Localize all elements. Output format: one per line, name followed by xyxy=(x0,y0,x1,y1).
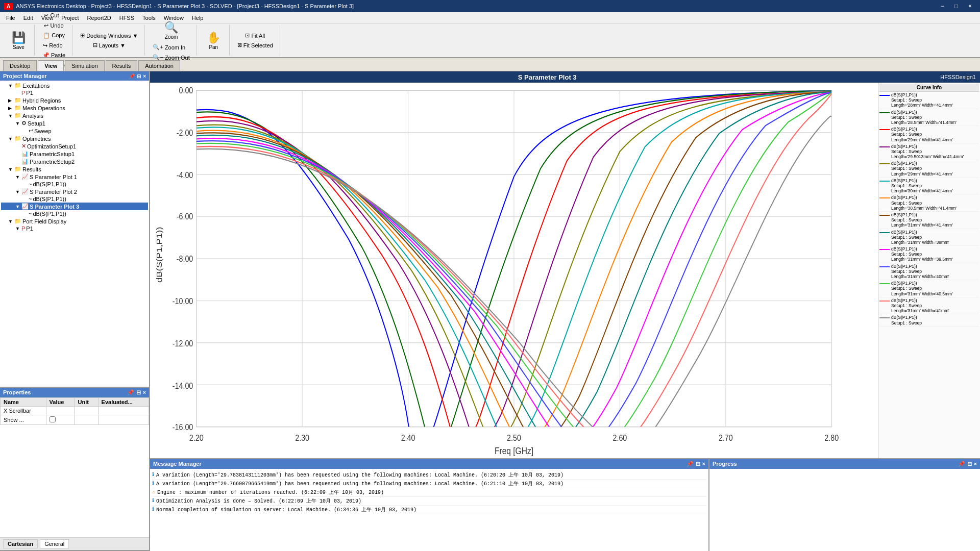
prop-dock-btn[interactable]: ⊟ xyxy=(136,389,141,396)
prop-value-show[interactable] xyxy=(46,415,75,425)
legend-item-11: dB(S(P1,P1))Setup1 : SweepLength='31mm' … xyxy=(879,280,979,297)
toolbar-edit-group: ✂ Cut ↩ Undo 📋 Copy ↪ Redo 📌 Paste xyxy=(36,25,72,56)
minimize-btn[interactable]: − xyxy=(937,2,948,11)
tree-db-sp1p1-3[interactable]: ~ dB(S(P1,P1)) xyxy=(1,210,148,217)
tree-db-sp1p1-1[interactable]: ~ dB(S(P1,P1)) xyxy=(1,181,148,188)
tab-results[interactable]: Results xyxy=(106,60,138,71)
legend-item-4: dB(S(P1,P1))Setup1 : SweepLength='29mm' … xyxy=(879,160,979,178)
fit-selected-button[interactable]: ⊠ Fit Selected xyxy=(235,40,276,50)
pm-dock-btn[interactable]: ⊟ xyxy=(137,73,141,79)
cart-tab-general[interactable]: General xyxy=(40,539,69,548)
mm-pin-btn[interactable]: 📌 xyxy=(687,461,694,467)
curve-icon3: ~ xyxy=(29,211,32,217)
close-btn[interactable]: × xyxy=(964,2,976,11)
svg-text:2.50: 2.50 xyxy=(507,433,521,442)
legend-line-13 xyxy=(879,317,890,318)
plot-area: S Parameter Plot 3 HFSSDesign1 xyxy=(150,71,980,459)
legend-item-12: dB(S(P1,P1))Setup1 : SweepLength='31mm' … xyxy=(879,297,979,315)
tree-label: dB(S(P1,P1)) xyxy=(33,196,66,202)
legend-line-11 xyxy=(879,283,890,284)
pm-close-btn[interactable]: × xyxy=(143,73,146,79)
tab-automation[interactable]: Automation xyxy=(138,60,180,71)
pm-title: Project Manager xyxy=(3,73,47,79)
tree-p1-excitation[interactable]: P P1 xyxy=(1,89,148,96)
paste-button[interactable]: 📌 Paste xyxy=(40,51,68,60)
results-icon: 📁 xyxy=(14,166,21,172)
menu-help[interactable]: Help xyxy=(188,14,208,22)
fit-all-icon: ⊡ xyxy=(245,32,250,39)
tree-results[interactable]: ▼ 📁 Results xyxy=(1,165,148,173)
menu-edit[interactable]: Edit xyxy=(19,14,37,22)
prog-controls: 📌 ⊟ × xyxy=(958,461,977,467)
properties-table: Name Value Unit Evaluated... X Scrollbar xyxy=(0,397,149,537)
toolbar-zoom-group: 🔍 Zoom 🔍+ Zoom In 🔍− Zoom Out xyxy=(146,25,197,56)
titlebar-left: A ANSYS Electronics Desktop - Project3 -… xyxy=(4,3,354,10)
menu-tools[interactable]: Tools xyxy=(138,14,160,22)
prop-eval-cell xyxy=(98,407,149,415)
toolbar: 💾 Save ✂ Cut ↩ Undo 📋 Copy ↪ Redo xyxy=(0,23,980,58)
menu-report2d[interactable]: Report2D xyxy=(83,14,115,22)
redo-button[interactable]: ↪ Redo xyxy=(40,41,67,51)
prop-eval-show xyxy=(98,415,149,425)
cut-button[interactable]: ✂ Cut xyxy=(41,11,66,20)
mm-dock-btn[interactable]: ⊟ xyxy=(696,461,700,467)
tree-optimization-setup1[interactable]: ✕ OptimizationSetup1 xyxy=(1,142,148,150)
tree-p1-port[interactable]: ▼ P P1 xyxy=(1,225,148,232)
tree-db-sp1p1-2[interactable]: ~ dB(S(P1,P1)) xyxy=(1,195,148,203)
tree-excitations[interactable]: ▼ 📁 Excitations xyxy=(1,82,148,89)
tree-port-field-display[interactable]: ▼ 📁 Port Field Display xyxy=(1,217,148,225)
mm-close-btn[interactable]: × xyxy=(702,461,705,467)
port-field-icon: 📁 xyxy=(14,218,21,224)
msg-text-4: Normal completion of simulation on serve… xyxy=(156,506,416,513)
tab-desktop[interactable]: Desktop xyxy=(3,60,37,71)
docking-windows-button[interactable]: ⊞ Docking Windows ▼ xyxy=(78,31,140,40)
show-checkbox[interactable] xyxy=(50,416,56,422)
tab-view[interactable]: View xyxy=(38,60,64,71)
pan-button[interactable]: ✋ Pan xyxy=(202,29,225,53)
undo-button[interactable]: ↩ Undo xyxy=(41,21,66,31)
prop-close-btn[interactable]: × xyxy=(143,389,146,396)
layouts-button[interactable]: ⊟ Layouts ▼ xyxy=(90,40,128,50)
tree-optimetrics[interactable]: ▼ 📁 Optimetrics xyxy=(1,135,148,142)
prop-pin-btn[interactable]: 📌 xyxy=(127,389,134,396)
tree-parametric-setup1[interactable]: 📊 ParametricSetup1 xyxy=(1,150,148,158)
edit-col2: 📋 Copy ↪ Redo xyxy=(40,31,67,51)
toolbar-docking-group: ⊞ Docking Windows ▼ ⊟ Layouts ▼ xyxy=(74,25,145,56)
copy-button[interactable]: 📋 Copy xyxy=(40,31,67,40)
zoom-icon: 🔍 xyxy=(164,21,178,34)
tree-analysis[interactable]: ▼ 📁 Analysis xyxy=(1,112,148,119)
left-panel: Project Manager 📌 ⊟ × ▼ 📁 Excitations P xyxy=(0,71,150,551)
cart-tab-cartesian[interactable]: Cartesian xyxy=(3,539,38,548)
maximize-btn[interactable]: □ xyxy=(950,2,962,11)
zoom-in-button[interactable]: 🔍+ Zoom In xyxy=(150,42,192,52)
menu-hfss[interactable]: HFSS xyxy=(115,14,138,22)
cartesian-tabs: Cartesian General xyxy=(0,537,149,550)
tree-setup1[interactable]: ▼ ⚙ Setup1 xyxy=(1,119,148,127)
tree-mesh-operations[interactable]: ▶ 📁 Mesh Operations xyxy=(1,104,148,112)
pm-pin-btn[interactable]: 📌 xyxy=(129,73,135,79)
prog-pin-btn[interactable]: 📌 xyxy=(958,461,965,467)
legend-item-2: dB(S(P1,P1))Setup1 : SweepLength='29mm' … xyxy=(879,126,979,143)
prog-close-btn[interactable]: × xyxy=(974,461,977,467)
param2-icon: 📊 xyxy=(21,158,29,165)
fit-selected-icon: ⊠ xyxy=(237,42,242,48)
save-button[interactable]: 💾 Save xyxy=(7,29,30,53)
tree-label: Optimetrics xyxy=(22,136,51,142)
tree-s-param-plot1[interactable]: ▼ 📈 S Parameter Plot 1 xyxy=(1,173,148,181)
tree-s-param-plot3[interactable]: ▼ 📈 S Parameter Plot 3 xyxy=(1,203,148,210)
tab-simulation[interactable]: Simulation xyxy=(65,60,104,71)
port-icon: P xyxy=(21,90,25,96)
zoom-button[interactable]: 🔍 Zoom xyxy=(160,18,183,42)
fit-all-button[interactable]: ⊡ Fit All xyxy=(242,31,267,40)
menu-file[interactable]: File xyxy=(2,14,19,22)
msg-text-0: A variation (Length='29.7838143111203mm'… xyxy=(156,471,564,479)
tree-parametric-setup2[interactable]: 📊 ParametricSetup2 xyxy=(1,158,148,165)
tree-hybrid-regions[interactable]: ▶ 📁 Hybrid Regions xyxy=(1,96,148,104)
expand-icon: ▼ xyxy=(15,121,20,126)
design-label: HFSSDesign1 xyxy=(940,74,976,80)
prog-dock-btn[interactable]: ⊟ xyxy=(967,461,972,467)
tree-s-param-plot2[interactable]: ▼ 📈 S Parameter Plot 2 xyxy=(1,188,148,195)
tree-sweep[interactable]: ↩ Sweep xyxy=(1,127,148,135)
tree-label: S Parameter Plot 3 xyxy=(30,204,79,210)
msg-3: ℹ Optimization Analysis is done – Solved… xyxy=(152,497,706,506)
